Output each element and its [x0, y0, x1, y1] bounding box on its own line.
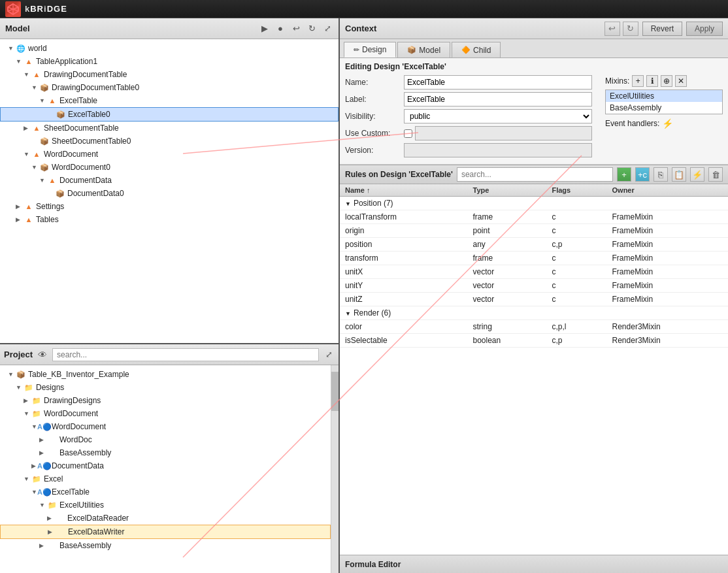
table-row[interactable]: color string c,p,l Render3Mixin	[340, 320, 728, 334]
rules-copy-btn[interactable]: ⎘	[654, 167, 668, 182]
mixin-close-btn[interactable]: ✕	[675, 75, 687, 87]
project-search-bar: Project 👁 ⤢	[0, 344, 339, 365]
worddoc0-icon: 📦	[39, 162, 50, 172]
proj-excelutils[interactable]: ▼ 📁 ExcelUtilities	[0, 499, 331, 512]
formula-editor: Formula Editor	[340, 555, 728, 573]
use-custom-input[interactable]	[415, 126, 592, 140]
proj-baseassembly-ex[interactable]: ▶ BaseAssembly	[0, 539, 331, 552]
redo-icon[interactable]: ↻	[306, 23, 318, 35]
exceltable-icon: ▲	[47, 95, 58, 106]
mixin-up-btn[interactable]: ⊕	[661, 75, 672, 87]
drawingdesigns-icon: 📁	[31, 395, 42, 406]
tree-item-exceltable[interactable]: ▼ ▲ ExcelTable	[0, 94, 339, 107]
exceltable0-icon: 📦	[56, 109, 66, 120]
proj-docdata-a[interactable]: ▶ A🔵 DocumentData	[0, 459, 331, 472]
revert-button[interactable]: Revert	[642, 22, 682, 36]
col-flags[interactable]: Flags	[546, 184, 606, 197]
docdata-icon: ▲	[47, 175, 58, 186]
proj-designs[interactable]: ▼ 📁 Designs	[0, 381, 331, 394]
tree-item-worddoc[interactable]: ▼ ▲ WordDocument	[0, 148, 339, 161]
mixin-add-btn[interactable]: +	[632, 75, 644, 87]
name-input[interactable]	[404, 75, 592, 90]
record-icon[interactable]: ●	[274, 23, 286, 35]
version-input[interactable]	[404, 143, 592, 157]
tab-design[interactable]: ✏ Design	[344, 42, 396, 57]
tree-item-worddoc0[interactable]: ▼ 📦 WordDocument0	[0, 161, 339, 174]
model-tab-icon: 📦	[407, 46, 416, 54]
proj-drawingdesigns[interactable]: ▶ 📁 DrawingDesigns	[0, 394, 331, 407]
tree-item-docdata0[interactable]: 📦 DocumentData0	[0, 187, 339, 200]
context-undo-btn[interactable]: ↩	[604, 22, 620, 36]
design-tab-icon: ✏	[354, 46, 359, 54]
tree-item-world[interactable]: ▼ 🌐 world	[0, 42, 339, 55]
drawingdoc0-icon: 📦	[39, 82, 50, 93]
section-render[interactable]: ▼Render (6)	[340, 306, 728, 320]
proj-exceldatareader[interactable]: ▶ ExcelDataReader	[0, 512, 331, 525]
tab-child[interactable]: 🔶 Child	[452, 42, 501, 57]
mixin-item-baseassembly[interactable]: BaseAssembly	[606, 102, 722, 114]
proj-root[interactable]: ▼ 📦 Table_KB_Inventor_Example	[0, 368, 331, 381]
model-tree: ▼ 🌐 world ▼ ▲ TableApplication1 ▼ ▲ D	[0, 39, 339, 343]
proj-excel-folder[interactable]: ▼ 📁 Excel	[0, 472, 331, 485]
col-type[interactable]: Type	[467, 184, 546, 197]
tree-item-sheetdoc0[interactable]: 📦 SheetDocumentTable0	[0, 135, 339, 148]
play-icon[interactable]: ▶	[259, 23, 271, 35]
label-input[interactable]	[404, 92, 592, 106]
tree-item-drawingdoc[interactable]: ▼ ▲ DrawingDocumentTable	[0, 68, 339, 81]
rules-delete-btn[interactable]: 🗑	[708, 167, 723, 182]
rules-clone-btn[interactable]: +c	[635, 167, 650, 182]
use-custom-checkbox[interactable]	[404, 129, 412, 138]
rules-paste-btn[interactable]: 📋	[672, 167, 686, 182]
table-row[interactable]: transform frame c FrameMixin	[340, 252, 728, 265]
section-position[interactable]: ▼Position (7)	[340, 197, 728, 210]
baseassembly-wd-icon	[47, 448, 58, 458]
table-row[interactable]: localTransform frame c FrameMixin	[340, 210, 728, 224]
table-row[interactable]: origin point c FrameMixin	[340, 224, 728, 238]
proj-worddoc-item[interactable]: ▶ WordDoc	[0, 433, 331, 446]
project-scrollbar[interactable]	[331, 365, 339, 573]
model-panel-title: Model	[5, 24, 30, 33]
table-row[interactable]: unitY vector c FrameMixin	[340, 279, 728, 293]
proj-worddoc-a[interactable]: ▼ A🔵 WordDocument	[0, 420, 331, 433]
lightning-icon[interactable]: ⚡	[662, 118, 673, 129]
logo: kBRiDGE	[5, 1, 67, 17]
excelutils-icon: 📁	[47, 500, 58, 510]
undo-icon[interactable]: ↩	[290, 23, 302, 35]
sheetdoc0-icon: 📦	[39, 136, 50, 146]
proj-exceldatawriter[interactable]: ▶ ExcelDataWriter	[0, 525, 331, 539]
exceltable-a-icon: A🔵	[39, 487, 50, 497]
rules-event-btn[interactable]: ⚡	[690, 167, 704, 182]
proj-exceltable-a[interactable]: ▼ A🔵 ExcelTable	[0, 485, 331, 499]
col-owner[interactable]: Owner	[607, 184, 728, 197]
tree-item-tables[interactable]: ▶ ▲ Tables	[0, 213, 339, 226]
project-expand-icon[interactable]: ⤢	[323, 349, 335, 361]
project-scrollbar-thumb[interactable]	[331, 372, 339, 411]
tree-item-docdata[interactable]: ▼ ▲ DocumentData	[0, 174, 339, 187]
tree-item-sheetdoc[interactable]: ▶ ▲ SheetDocumentTable	[0, 122, 339, 135]
apply-button[interactable]: Apply	[686, 22, 723, 36]
table-row[interactable]: unitX vector c FrameMixin	[340, 265, 728, 279]
project-search-input[interactable]	[52, 348, 319, 361]
table-row[interactable]: isSelectable boolean c,p Render3Mixin	[340, 334, 728, 348]
mixin-info-btn[interactable]: ℹ	[646, 75, 658, 87]
proj-baseassembly-wd[interactable]: ▶ BaseAssembly	[0, 446, 331, 459]
mixin-item-excelutilities[interactable]: ExcelUtilities	[606, 90, 722, 102]
expand-icon[interactable]: ⤢	[322, 23, 333, 35]
tab-model[interactable]: 📦 Model	[397, 42, 450, 57]
table-row[interactable]: position any c,p FrameMixin	[340, 238, 728, 252]
tree-item-tableapp[interactable]: ▼ ▲ TableApplication1	[0, 55, 339, 68]
excel-folder-icon: 📁	[31, 474, 42, 484]
logo-icon	[5, 1, 21, 17]
visibility-select[interactable]: public private protected	[404, 109, 592, 123]
tree-item-drawingdoc0[interactable]: ▼ 📦 DrawingDocumentTable0	[0, 81, 339, 94]
sheetdoc-icon: ▲	[31, 123, 42, 133]
context-redo-btn[interactable]: ↻	[623, 22, 638, 36]
rules-add-btn[interactable]: +	[617, 167, 631, 182]
visibility-icon[interactable]: 👁	[37, 349, 48, 361]
rules-search-input[interactable]	[457, 167, 613, 182]
tree-item-settings[interactable]: ▶ ▲ Settings	[0, 200, 339, 213]
tree-item-exceltable0[interactable]: 📦 ExcelTable0	[0, 107, 339, 122]
table-row[interactable]: unitZ vector c FrameMixin	[340, 293, 728, 306]
proj-worddoc-folder[interactable]: ▼ 📁 WordDocument	[0, 407, 331, 420]
col-name[interactable]: Name ↑	[340, 184, 467, 197]
